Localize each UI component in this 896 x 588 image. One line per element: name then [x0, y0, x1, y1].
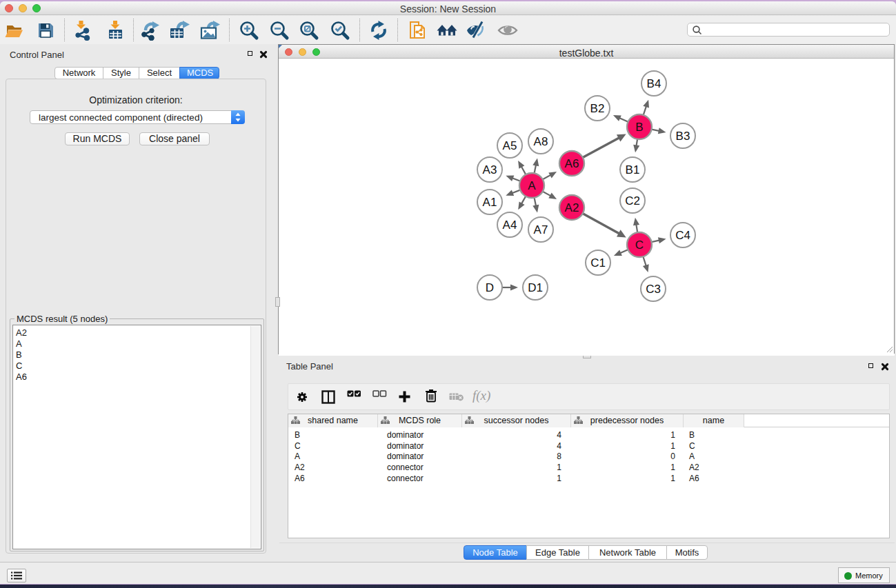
svg-text:C2: C2 [625, 194, 640, 207]
svg-text:C4: C4 [675, 229, 690, 242]
svg-text:B: B [635, 121, 643, 134]
svg-text:C1: C1 [590, 256, 606, 270]
svg-text:B3: B3 [676, 130, 690, 143]
svg-text:B1: B1 [626, 163, 640, 176]
svg-text:B2: B2 [590, 102, 605, 115]
svg-text:D: D [486, 281, 494, 294]
svg-text:A7: A7 [534, 223, 548, 236]
svg-text:C3: C3 [646, 283, 661, 296]
svg-text:A2: A2 [565, 201, 579, 214]
svg-text:A6: A6 [565, 157, 579, 170]
svg-text:A5: A5 [503, 139, 517, 152]
svg-text:A1: A1 [483, 196, 497, 209]
svg-text:D1: D1 [528, 281, 543, 294]
svg-text:A: A [528, 179, 536, 192]
svg-text:B4: B4 [647, 77, 661, 90]
svg-text:A3: A3 [483, 163, 497, 176]
svg-text:A4: A4 [503, 219, 517, 232]
svg-text:A8: A8 [534, 135, 548, 148]
svg-text:C: C [635, 239, 644, 252]
